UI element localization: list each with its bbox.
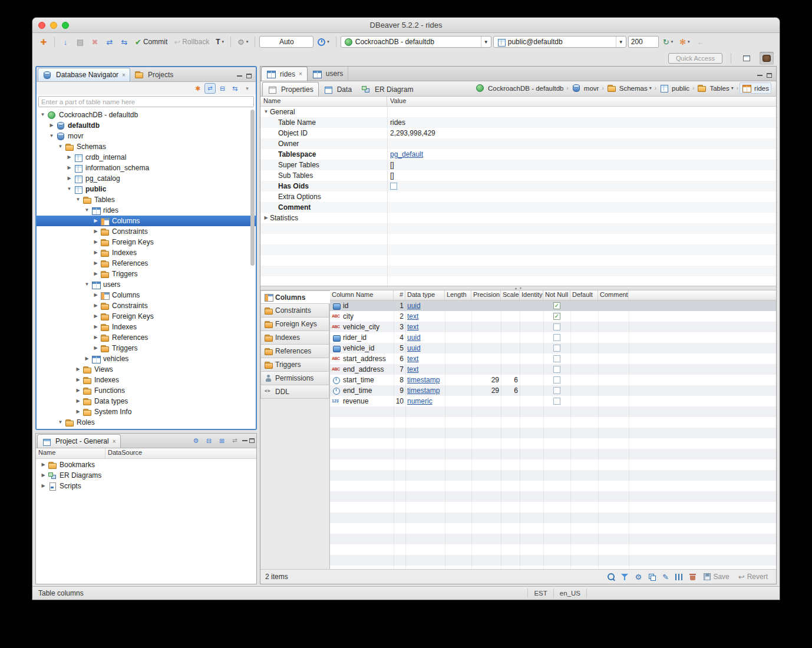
tree-item-users[interactable]: ▼users bbox=[37, 279, 256, 290]
tree-item-schemas[interactable]: ▼Schemas bbox=[37, 141, 256, 152]
collapsed-twistie[interactable]: ▶ bbox=[74, 375, 82, 385]
property-row-extra-options[interactable]: Extra Options bbox=[260, 191, 776, 202]
close-window-button[interactable] bbox=[38, 22, 45, 29]
data-type-link[interactable]: timestamp bbox=[407, 376, 440, 384]
column-header-[interactable]: # bbox=[394, 290, 405, 300]
expanded-twistie[interactable]: ▼ bbox=[39, 110, 47, 120]
collapsed-twistie[interactable]: ▶ bbox=[83, 353, 91, 364]
not-null-checkbox[interactable] bbox=[553, 313, 560, 320]
refresh-button[interactable]: ↻▾ bbox=[661, 35, 675, 48]
tree-item-constraints[interactable]: ▶Constraints bbox=[37, 300, 256, 311]
rollback-button[interactable]: ↩Rollback bbox=[171, 35, 212, 48]
maximize-view-button[interactable] bbox=[767, 73, 772, 78]
collapsed-twistie[interactable]: ▶ bbox=[262, 213, 270, 223]
collapsed-twistie[interactable]: ▶ bbox=[65, 163, 73, 173]
collapsed-twistie[interactable]: ▶ bbox=[92, 290, 100, 300]
project-item-er-diagrams[interactable]: ▶ER Diagrams bbox=[36, 470, 256, 481]
object-tab-columns[interactable]: Columns bbox=[260, 290, 330, 304]
editor-tab-users[interactable]: users bbox=[308, 67, 348, 81]
column-row-city[interactable]: city2text bbox=[330, 311, 776, 322]
scrollbar-thumb[interactable] bbox=[250, 110, 255, 266]
object-tab-references[interactable]: References bbox=[260, 345, 329, 358]
minimize-window-button[interactable] bbox=[50, 22, 57, 29]
tree-item-columns[interactable]: ▶Columns bbox=[37, 216, 256, 226]
collapsed-twistie[interactable]: ▶ bbox=[92, 269, 100, 279]
filter-button[interactable] bbox=[619, 571, 631, 583]
expanded-twistie[interactable]: ▼ bbox=[74, 194, 82, 205]
collapsed-twistie[interactable]: ▶ bbox=[92, 237, 100, 247]
property-row-object-id[interactable]: Object ID2,293,998,429 bbox=[260, 128, 776, 138]
maximize-view-button[interactable] bbox=[246, 74, 252, 78]
column-header-precision[interactable]: Precision bbox=[471, 290, 501, 300]
expanded-twistie[interactable]: ▼ bbox=[57, 141, 64, 152]
not-null-checkbox[interactable] bbox=[553, 302, 560, 309]
subtab-properties[interactable]: Properties bbox=[262, 82, 319, 96]
new-connection-button[interactable]: ✚ bbox=[37, 35, 50, 48]
collapsed-twistie[interactable]: ▶ bbox=[39, 470, 47, 481]
not-null-checkbox[interactable] bbox=[553, 398, 560, 405]
column-header-identity[interactable]: Identity bbox=[520, 290, 543, 300]
not-null-checkbox[interactable] bbox=[553, 345, 560, 352]
tree-item-roles[interactable]: ▼Roles bbox=[37, 417, 256, 428]
open-perspective-button[interactable] bbox=[740, 52, 754, 65]
tree-item-cockroachdb-defaultdb[interactable]: ▼CockroachDB - defaultdb bbox=[37, 110, 256, 120]
data-type-link[interactable]: uuid bbox=[407, 344, 421, 352]
checkout-button[interactable]: ↓ bbox=[59, 35, 72, 48]
collapsed-twistie[interactable]: ▶ bbox=[92, 311, 100, 322]
tree-item-pg-catalog[interactable]: ▶pg_catalog bbox=[37, 173, 256, 184]
collapsed-twistie[interactable]: ▶ bbox=[92, 343, 100, 353]
column-row-vehicle-city[interactable]: vehicle_city3text bbox=[330, 322, 776, 332]
column-header-data-type[interactable]: Data type bbox=[405, 290, 445, 300]
collapsed-twistie[interactable]: ▶ bbox=[74, 406, 82, 417]
column-row-start-address[interactable]: start_address6text bbox=[330, 353, 776, 364]
subtab-data[interactable]: Data bbox=[319, 83, 357, 95]
column-row-id[interactable]: id1uuid bbox=[330, 300, 776, 311]
project-item-scripts[interactable]: ▶Scripts bbox=[36, 481, 256, 491]
tree-item-crdb-internal[interactable]: ▶crdb_internal bbox=[37, 152, 256, 163]
tree-item-indexes[interactable]: ▶Indexes bbox=[37, 247, 256, 258]
data-type-link[interactable]: timestamp bbox=[407, 386, 440, 395]
not-null-checkbox[interactable] bbox=[553, 366, 560, 373]
tree-item-triggers[interactable]: ▶Triggers bbox=[37, 269, 256, 279]
commit-mode-combo[interactable]: Auto bbox=[259, 36, 313, 48]
maximize-view-button[interactable] bbox=[249, 438, 255, 443]
minimize-view-button[interactable] bbox=[242, 440, 247, 441]
expanded-twistie[interactable]: ▼ bbox=[262, 107, 270, 117]
sync-button[interactable]: ⇆ bbox=[229, 83, 240, 94]
property-row-statistics[interactable]: ▶Statistics bbox=[260, 213, 776, 223]
data-type-link[interactable]: text bbox=[407, 312, 418, 320]
save-button[interactable]: Save bbox=[700, 573, 732, 581]
collapsed-twistie[interactable]: ▶ bbox=[65, 173, 73, 184]
property-row-table-name[interactable]: Table Namerides bbox=[260, 117, 776, 128]
collapsed-twistie[interactable]: ▶ bbox=[48, 120, 55, 131]
tree-item-functions[interactable]: ▶Functions bbox=[37, 385, 256, 396]
column-row-rider-id[interactable]: rider_id4uuid bbox=[330, 332, 776, 343]
not-null-checkbox[interactable] bbox=[553, 387, 560, 394]
object-tab-constraints[interactable]: Constraints bbox=[260, 304, 329, 318]
has-oids-checkbox[interactable] bbox=[390, 183, 397, 190]
column-row-vehicle-id[interactable]: vehicle_id5uuid bbox=[330, 343, 776, 353]
expanded-twistie[interactable]: ▼ bbox=[57, 417, 64, 428]
collapse-all-button[interactable]: ⊟ bbox=[203, 435, 214, 446]
breadcrumb-item-movr[interactable]: movr bbox=[570, 83, 601, 93]
counter-button[interactable] bbox=[673, 571, 685, 583]
delete-button[interactable] bbox=[686, 571, 698, 583]
commit-button[interactable]: ✔Commit bbox=[133, 35, 170, 48]
commit-doc-button[interactable]: ▤ bbox=[74, 35, 87, 48]
collapsed-twistie[interactable]: ▶ bbox=[92, 216, 100, 226]
collapsed-twistie[interactable]: ▶ bbox=[92, 332, 100, 343]
data-type-link[interactable]: text bbox=[407, 323, 418, 331]
properties-header-name[interactable]: Name bbox=[260, 97, 387, 106]
close-tab-icon[interactable]: × bbox=[113, 438, 116, 445]
tree-item-indexes[interactable]: ▶Indexes bbox=[37, 322, 256, 332]
collapsed-twistie[interactable]: ▶ bbox=[92, 322, 100, 332]
transaction-log-button[interactable]: ⇄ bbox=[103, 35, 116, 48]
breadcrumb-item-rides[interactable]: rides bbox=[740, 82, 771, 94]
settings-button[interactable]: ⚙▾ bbox=[235, 35, 250, 48]
column-header-name[interactable]: Name bbox=[36, 448, 105, 458]
property-row-general[interactable]: ▼General bbox=[260, 107, 776, 117]
reject-button[interactable]: ✖ bbox=[88, 35, 101, 48]
tree-item-information-schema[interactable]: ▶information_schema bbox=[37, 163, 256, 173]
history-button[interactable]: ▾ bbox=[315, 35, 332, 48]
tree-item-movr[interactable]: ▼movr bbox=[37, 131, 256, 141]
